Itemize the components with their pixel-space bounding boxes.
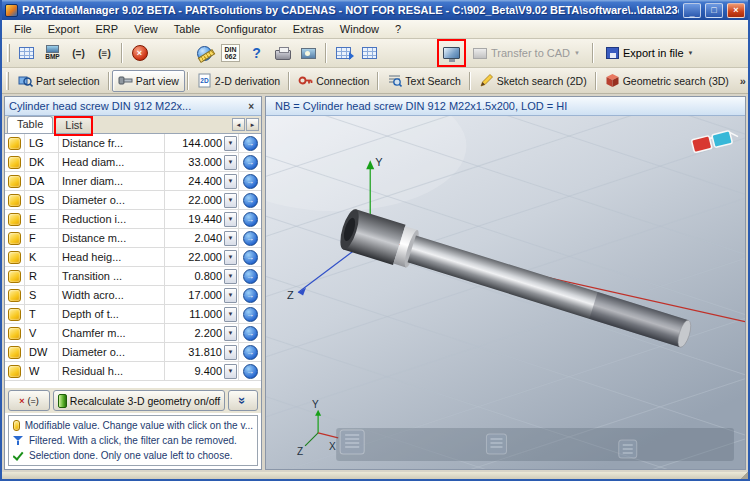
transfer-to-cad-button[interactable]: Transfer to CAD ▼ <box>465 41 588 65</box>
value-dropdown-button[interactable]: ▼ <box>224 307 237 322</box>
image-capture-button[interactable] <box>296 41 321 65</box>
part-table-button[interactable] <box>14 41 39 65</box>
monitor-icon <box>443 47 460 59</box>
tab-list[interactable]: List <box>55 117 92 133</box>
3d-viewer-button[interactable] <box>439 41 464 65</box>
tab-scroll-right-button[interactable]: ► <box>246 118 259 131</box>
legend-modifiable: Modifiable value. Change value with clic… <box>13 419 253 432</box>
measure-button[interactable] <box>192 41 217 65</box>
filter-info-icon[interactable]: → <box>243 212 258 227</box>
tab-table[interactable]: Table <box>7 116 53 133</box>
table-row: T Depth of t... 11.000 ▼ → <box>5 305 261 324</box>
value-dropdown-button[interactable]: ▼ <box>224 326 237 341</box>
value-dropdown-button[interactable]: ▼ <box>224 212 237 227</box>
bmp-export-button[interactable]: BMP <box>40 41 65 65</box>
panel-close-button[interactable]: × <box>245 101 257 112</box>
recalculate-3d-button[interactable]: Recalculate 3-D geometry on/off <box>53 390 225 411</box>
filter-info-icon[interactable]: → <box>243 136 258 151</box>
table-row: DS Diameter o... 22.000 ▼ → <box>5 191 261 210</box>
value-dropdown-button[interactable]: ▼ <box>224 345 237 360</box>
filter-info-icon[interactable]: → <box>243 364 258 379</box>
formula-button[interactable]: (≡) <box>92 41 117 65</box>
globe-ruler-icon <box>197 46 212 61</box>
value-dropdown-button[interactable]: ▼ <box>224 155 237 170</box>
status-bar <box>2 472 748 479</box>
title-bar[interactable]: PARTdataManager 9.02 BETA - PARTsolution… <box>2 0 748 20</box>
value-dropdown-button[interactable]: ▼ <box>224 136 237 151</box>
minimize-button[interactable]: _ <box>683 3 701 18</box>
tab-geometric-search[interactable]: Geometric search (3D) <box>599 70 735 92</box>
filter-info-icon[interactable]: → <box>243 231 258 246</box>
value-dropdown-button[interactable]: ▼ <box>224 269 237 284</box>
menu-export[interactable]: Export <box>40 21 88 37</box>
toolbar-overflow-button[interactable]: » <box>735 75 748 87</box>
panel-header: Cylinder head screw DIN 912 M22x... × <box>5 97 261 116</box>
menu-help[interactable]: ? <box>387 21 409 37</box>
table-row: V Chamfer m... 2.200 ▼ → <box>5 324 261 343</box>
delete-filter-button[interactable]: × <box>127 41 152 65</box>
menu-table[interactable]: Table <box>166 21 208 37</box>
export-in-file-button[interactable]: Export in file ▼ <box>598 41 701 65</box>
check-icon <box>13 450 24 461</box>
modifiable-value-icon <box>8 137 21 150</box>
menu-configurator[interactable]: Configurator <box>208 21 285 37</box>
maximize-button[interactable]: □ <box>705 3 723 18</box>
filter-info-icon[interactable]: → <box>243 288 258 303</box>
tab-connection[interactable]: Connection <box>292 70 375 92</box>
tab-part-view[interactable]: Part view <box>112 70 185 92</box>
menu-file[interactable]: File <box>6 21 40 37</box>
tab-text-search[interactable]: Text Search <box>381 70 466 92</box>
value-dropdown-button[interactable]: ▼ <box>224 231 237 246</box>
chevron-down-icon: ▼ <box>574 50 580 56</box>
table-grid-icon <box>362 47 377 59</box>
table-view-button[interactable] <box>357 41 382 65</box>
filter-info-icon[interactable]: → <box>243 269 258 284</box>
triad-z-label: Z <box>297 446 303 457</box>
value-dropdown-button[interactable]: ▼ <box>224 174 237 189</box>
legend-filtered: Filtered. With a click, the filter can b… <box>13 434 253 447</box>
3d-scene[interactable]: Z Y <box>266 116 745 469</box>
menu-erp[interactable]: ERP <box>88 21 127 37</box>
filter-info-icon[interactable]: → <box>243 326 258 341</box>
viewport-toolbar-icon[interactable] <box>486 434 506 454</box>
app-window: PARTdataManager 9.02 BETA - PARTsolution… <box>0 0 750 481</box>
tab-2d-derivation[interactable]: 2D 2-D derivation <box>191 70 286 92</box>
tab-scroll-left-button[interactable]: ◄ <box>232 118 245 131</box>
menu-extras[interactable]: Extras <box>285 21 332 37</box>
value-dropdown-button[interactable]: ▼ <box>224 364 237 379</box>
tab-sketch-search[interactable]: Sketch search (2D) <box>473 70 593 92</box>
expand-panel-button[interactable]: » <box>228 390 258 411</box>
filter-info-icon[interactable]: → <box>243 307 258 322</box>
table-transfer-button[interactable] <box>331 41 356 65</box>
close-button[interactable]: × <box>727 3 745 18</box>
viewport-toolbar-icon[interactable] <box>340 430 364 454</box>
triad-y-label: Y <box>312 399 319 410</box>
table-row: DA Inner diam... 24.400 ▼ → <box>5 172 261 191</box>
din-norm-button[interactable]: DIN062 <box>218 41 243 65</box>
screw-icon <box>118 73 133 88</box>
value-dropdown-button[interactable]: ▼ <box>224 193 237 208</box>
toolbar-grip[interactable] <box>7 44 10 62</box>
filter-info-icon[interactable]: → <box>243 193 258 208</box>
table-row: K Head heig... 22.000 ▼ → <box>5 248 261 267</box>
remove-filter-button[interactable]: × (=) <box>8 390 50 411</box>
modifiable-value-icon <box>8 194 21 207</box>
filter-equals-button[interactable]: (=) <box>66 41 91 65</box>
svg-text:2D: 2D <box>200 77 209 84</box>
filter-info-icon[interactable]: → <box>243 155 258 170</box>
red-x-icon: × <box>132 45 148 61</box>
tab-part-selection[interactable]: Part selection <box>12 70 106 92</box>
param-description: Head heig... <box>59 248 165 266</box>
value-dropdown-button[interactable]: ▼ <box>224 288 237 303</box>
help-button[interactable]: ? <box>244 41 269 65</box>
filter-info-icon[interactable]: → <box>243 345 258 360</box>
filter-info-icon[interactable]: → <box>243 174 258 189</box>
print-button[interactable] <box>270 41 295 65</box>
formula-icon: (≡) <box>98 48 111 59</box>
toolbar-grip[interactable] <box>6 72 9 90</box>
menu-window[interactable]: Window <box>332 21 387 37</box>
value-dropdown-button[interactable]: ▼ <box>224 250 237 265</box>
menu-view[interactable]: View <box>126 21 166 37</box>
filter-info-icon[interactable]: → <box>243 250 258 265</box>
3d-viewport[interactable]: Z Y <box>266 116 745 469</box>
